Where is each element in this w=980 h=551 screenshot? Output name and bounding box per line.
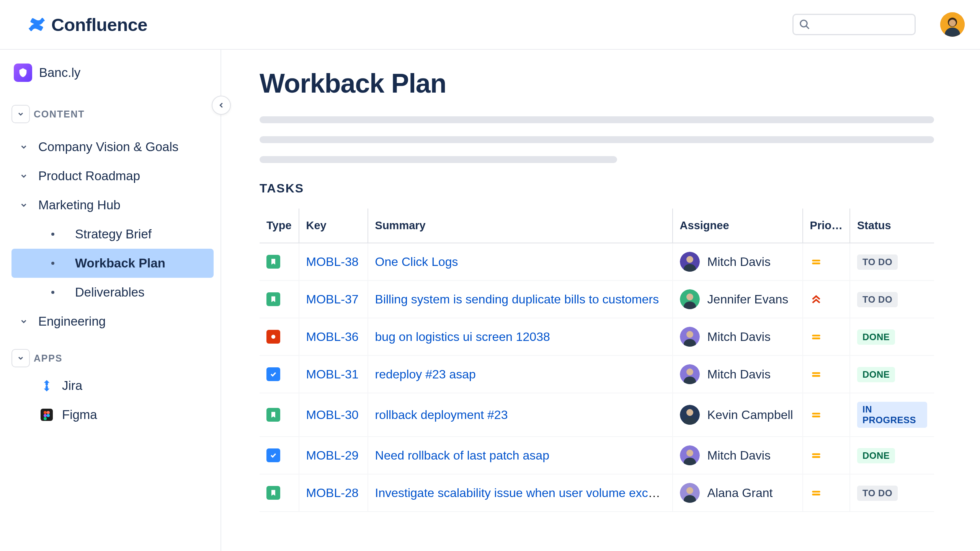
sidebar-item-label: Marketing Hub — [38, 198, 121, 212]
assignee-avatar — [680, 364, 700, 384]
bullet-icon — [51, 262, 54, 265]
content-section-header[interactable]: CONTENT — [11, 101, 214, 127]
assignee-name: Mitch Davis — [707, 330, 771, 344]
svg-rect-35 — [812, 416, 820, 417]
priority-highest-icon — [810, 293, 822, 305]
table-row[interactable]: MOBL-37Billing system is sending duplica… — [260, 280, 934, 318]
svg-rect-44 — [812, 491, 820, 493]
sidebar-item[interactable]: Workback Plan — [11, 249, 214, 278]
assignee-name: Jennifer Evans — [707, 292, 789, 306]
column-status[interactable]: Status — [850, 209, 934, 243]
cell-key: MOBL-31 — [299, 355, 368, 393]
app-item-jira[interactable]: Jira — [11, 371, 214, 400]
sidebar-item-label: Strategy Brief — [75, 227, 152, 241]
table-row[interactable]: MOBL-36bug on logistics ui screen 12038M… — [260, 318, 934, 355]
svg-rect-30 — [812, 375, 820, 377]
issue-summary-link[interactable]: One Click Logs — [375, 255, 458, 269]
chevron-down-icon — [11, 105, 30, 123]
topbar: Confluence — [0, 0, 980, 50]
content-placeholder — [260, 116, 934, 163]
issue-summary-link[interactable]: bug on logistics ui screen 12038 — [375, 330, 550, 344]
assignee-avatar — [680, 405, 700, 425]
svg-point-32 — [686, 409, 693, 416]
apps-section-header[interactable]: APPS — [11, 345, 214, 371]
column-summary[interactable]: Summary — [368, 209, 673, 243]
issue-key-link[interactable]: MOBL-29 — [306, 448, 359, 462]
priority-medium-icon — [810, 256, 822, 268]
logo[interactable]: Confluence — [28, 14, 147, 35]
chevron-down-icon — [18, 143, 29, 151]
apps-list: JiraFigma — [11, 371, 214, 429]
table-row[interactable]: MOBL-29Need rollback of last patch asapM… — [260, 437, 934, 474]
cell-key: MOBL-37 — [299, 280, 368, 318]
sidebar-item[interactable]: Deliverables — [11, 278, 214, 307]
cell-summary: Need rollback of last patch asap — [368, 437, 673, 474]
svg-rect-15 — [812, 260, 820, 262]
cell-priority — [803, 437, 850, 474]
main-content: Workback Plan TASKS Type Key Summary Ass… — [221, 50, 980, 551]
assignee-name: Alana Grant — [707, 486, 773, 500]
column-assignee[interactable]: Assignee — [673, 209, 803, 243]
issue-summary-link[interactable]: Need rollback of last patch asap — [375, 448, 549, 462]
column-type[interactable]: Type — [260, 209, 299, 243]
space-name: Banc.ly — [39, 65, 80, 80]
issue-key-link[interactable]: MOBL-28 — [306, 486, 359, 500]
issue-summary-link[interactable]: rollback deployment #23 — [375, 408, 508, 422]
sidebar-item[interactable]: Engineering — [11, 307, 214, 336]
issue-summary-link[interactable]: redeploy #23 asap — [375, 367, 476, 381]
sidebar-item[interactable]: Product Roadmap — [11, 161, 214, 191]
sidebar-item[interactable]: Marketing Hub — [11, 191, 214, 220]
cell-status: DONE — [850, 355, 934, 393]
confluence-icon — [28, 16, 45, 33]
task-icon — [266, 448, 280, 462]
sidebar-item-label: Workback Plan — [75, 256, 165, 271]
user-avatar[interactable] — [940, 12, 965, 37]
issue-summary-link[interactable]: Billing system is sending duplicate bill… — [375, 292, 659, 306]
cell-key: MOBL-38 — [299, 243, 368, 280]
app-label: Figma — [62, 408, 97, 422]
chevron-down-icon — [18, 201, 29, 209]
issue-key-link[interactable]: MOBL-37 — [306, 292, 359, 306]
cell-type — [260, 243, 299, 280]
cell-assignee: Kevin Campbell — [673, 393, 803, 437]
column-priority[interactable]: Prio… — [803, 209, 850, 243]
search-input[interactable] — [792, 14, 916, 35]
cell-status: DONE — [850, 318, 934, 355]
issue-key-link[interactable]: MOBL-31 — [306, 367, 359, 381]
collapse-sidebar-button[interactable] — [212, 96, 231, 115]
tasks-heading: TASKS — [260, 181, 934, 196]
svg-rect-6 — [41, 409, 53, 421]
cell-priority — [803, 393, 850, 437]
cell-priority — [803, 243, 850, 280]
app-item-figma[interactable]: Figma — [11, 400, 214, 429]
status-badge: DONE — [857, 448, 895, 463]
status-badge: TO DO — [857, 292, 898, 307]
page-title: Workback Plan — [260, 68, 934, 99]
issue-summary-link[interactable]: Investigate scalability issue when user … — [375, 486, 667, 500]
cell-status: IN PROGRESS — [850, 393, 934, 437]
table-row[interactable]: MOBL-38One Click LogsMitch DavisTO DO — [260, 243, 934, 280]
sidebar-item[interactable]: Strategy Brief — [11, 220, 214, 249]
cell-summary: One Click Logs — [368, 243, 673, 280]
svg-point-7 — [44, 411, 47, 414]
cell-priority — [803, 280, 850, 318]
svg-point-42 — [686, 487, 693, 494]
issue-key-link[interactable]: MOBL-36 — [306, 330, 359, 344]
apps-section-label: APPS — [34, 353, 62, 364]
cell-type — [260, 318, 299, 355]
bullet-icon — [51, 233, 54, 236]
space-icon — [14, 64, 32, 82]
status-badge: DONE — [857, 329, 895, 345]
table-row[interactable]: MOBL-31redeploy #23 asapMitch DavisDONE — [260, 355, 934, 393]
issue-key-link[interactable]: MOBL-30 — [306, 408, 359, 422]
sidebar-item-label: Engineering — [38, 314, 106, 329]
table-row[interactable]: MOBL-28Investigate scalability issue whe… — [260, 474, 934, 512]
issue-key-link[interactable]: MOBL-38 — [306, 255, 359, 269]
table-row[interactable]: MOBL-30rollback deployment #23Kevin Camp… — [260, 393, 934, 437]
cell-summary: bug on logistics ui screen 12038 — [368, 318, 673, 355]
space-selector[interactable]: Banc.ly — [11, 59, 214, 86]
brand-name: Confluence — [51, 14, 147, 35]
column-key[interactable]: Key — [299, 209, 368, 243]
assignee-avatar — [680, 289, 700, 309]
sidebar-item[interactable]: Company Vision & Goals — [11, 132, 214, 161]
